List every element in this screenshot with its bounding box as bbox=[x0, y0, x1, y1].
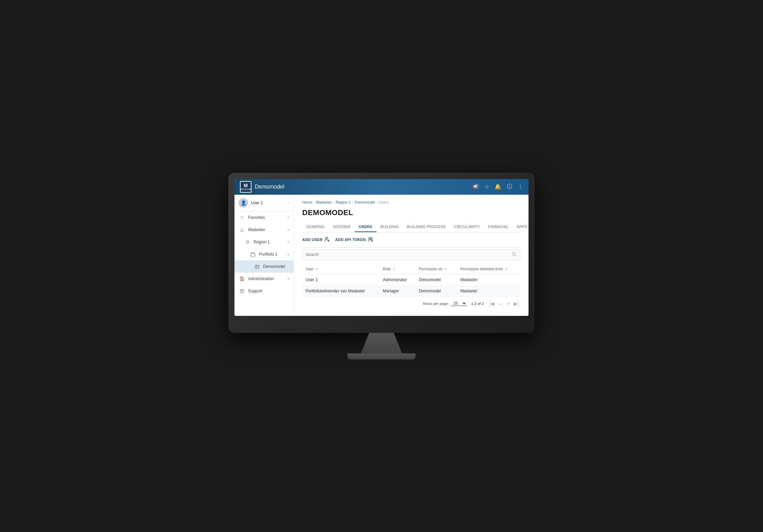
sidebar-item-portfolio1[interactable]: Portfolio 1 ∨ bbox=[234, 248, 294, 260]
pagination-last-button[interactable]: ▶| bbox=[513, 300, 520, 307]
add-api-token-icon bbox=[368, 237, 373, 243]
logo-sub: MADASTER bbox=[240, 188, 251, 190]
col-permission-on-add-icon[interactable]: ＋ bbox=[444, 267, 448, 272]
pagination-prev-button[interactable]: — bbox=[497, 300, 504, 307]
breadcrumb-sep3: › bbox=[352, 200, 354, 204]
breadcrumb-sep4: › bbox=[376, 200, 378, 204]
col-user: User ＋ bbox=[302, 264, 379, 274]
bell-icon[interactable]: 🔔 bbox=[494, 183, 501, 190]
administration-label: Administration bbox=[248, 276, 287, 281]
tab-building[interactable]: BUILDING bbox=[376, 222, 403, 232]
breadcrumb-demomodel[interactable]: Demomodel bbox=[355, 200, 375, 204]
sidebar-item-support[interactable]: Support bbox=[234, 285, 294, 297]
rows-per-page-select[interactable]: 25 10 50 100 bbox=[451, 301, 467, 306]
more-icon[interactable]: ⋮ bbox=[518, 183, 523, 190]
sidebar-item-demomodel[interactable]: Demomodel bbox=[234, 260, 294, 273]
content-area: Home › Madaster › Region 1 › Demomodel ›… bbox=[294, 195, 529, 316]
svg-rect-0 bbox=[251, 253, 255, 256]
tab-general[interactable]: GENERAL bbox=[302, 222, 329, 232]
col-role: Role ＋ bbox=[379, 264, 416, 274]
add-user-icon bbox=[324, 237, 330, 243]
madaster-icon: △ bbox=[239, 226, 245, 233]
sidebar: 👤 User 1 ‹ ☆ Favorites ∨ bbox=[234, 195, 294, 316]
monitor-stand bbox=[361, 333, 402, 353]
sidebar-user[interactable]: 👤 User 1 ‹ bbox=[234, 195, 294, 211]
search-input[interactable] bbox=[306, 252, 512, 257]
top-header: M MADASTER Demomodel 📢 ☆ 🔔 ⓘ ⋮ bbox=[234, 179, 529, 195]
divider bbox=[302, 247, 520, 247]
app-container: M MADASTER Demomodel 📢 ☆ 🔔 ⓘ ⋮ bbox=[234, 179, 529, 316]
pagination-count: 1-2 of 2 bbox=[471, 302, 484, 306]
logo-letter: M bbox=[244, 183, 248, 188]
cell-permission_on-1: Demomodel bbox=[416, 285, 457, 296]
star-icon[interactable]: ☆ bbox=[484, 183, 489, 190]
demomodel-label: Demomodel bbox=[263, 264, 290, 269]
tab-users[interactable]: USERS bbox=[355, 222, 376, 232]
sidebar-item-favorites[interactable]: ☆ Favorites ∨ bbox=[234, 211, 294, 224]
breadcrumb: Home › Madaster › Region 1 › Demomodel ›… bbox=[302, 200, 520, 204]
sidebar-item-madaster[interactable]: △ Madaster ∧ bbox=[234, 224, 294, 236]
tabs-bar: GENERAL DOSSIER USERS BUILDING BUILDING … bbox=[302, 222, 520, 232]
col-user-add-icon[interactable]: ＋ bbox=[315, 267, 319, 272]
breadcrumb-home[interactable]: Home bbox=[302, 200, 312, 204]
region1-chevron-icon: ∧ bbox=[287, 240, 290, 244]
rows-per-page-label: Rows per page: bbox=[423, 302, 449, 306]
svg-line-14 bbox=[515, 255, 517, 256]
table-row: User 1AdministratorDemomodelMadaster bbox=[302, 274, 520, 285]
search-icon bbox=[512, 252, 517, 258]
user-collapse-icon[interactable]: ‹ bbox=[289, 201, 290, 205]
rows-per-page: Rows per page: 25 10 50 100 bbox=[423, 301, 467, 306]
page-title: DEMOMODEL bbox=[302, 208, 520, 217]
search-bar bbox=[302, 249, 520, 260]
pagination-nav: |◀ — + ▶| bbox=[488, 300, 520, 307]
tab-circularity[interactable]: CIRCULARITY bbox=[450, 222, 484, 232]
sidebar-item-region1[interactable]: ⊙ Region 1 ∧ bbox=[234, 236, 294, 248]
demomodel-icon bbox=[254, 263, 260, 270]
tab-building-process[interactable]: BUILDING PROCESS bbox=[403, 222, 450, 232]
add-api-token-button[interactable]: ADD API TOKEN bbox=[335, 237, 373, 243]
breadcrumb-sep1: › bbox=[313, 200, 315, 204]
cell-role-0: Administrator bbox=[379, 274, 416, 285]
portfolio1-chevron-icon: ∨ bbox=[287, 252, 290, 256]
tab-dossier[interactable]: DOSSIER bbox=[329, 222, 355, 232]
administration-icon: 🏠 bbox=[239, 275, 245, 282]
region1-icon: ⊙ bbox=[244, 239, 251, 245]
pagination-next-button[interactable]: + bbox=[506, 300, 511, 307]
cell-role-1: Manager bbox=[379, 285, 416, 296]
monitor-bezel: M MADASTER Demomodel 📢 ☆ 🔔 ⓘ ⋮ bbox=[228, 173, 535, 333]
tab-financial[interactable]: FINANCIAL bbox=[484, 222, 513, 232]
cell-permission_from-1: Madaster bbox=[457, 285, 520, 296]
cell-permission_from-0: Madaster bbox=[457, 274, 520, 285]
monitor-base bbox=[347, 353, 416, 359]
pagination-bar: Rows per page: 25 10 50 100 1-2 of 2 bbox=[302, 297, 520, 310]
administration-chevron-icon: ∨ bbox=[287, 277, 290, 280]
breadcrumb-madaster[interactable]: Madaster bbox=[316, 200, 332, 204]
portfolio1-label: Portfolio 1 bbox=[259, 252, 287, 257]
sidebar-item-administration[interactable]: 🏠 Administration ∨ bbox=[234, 273, 294, 285]
breadcrumb-region1[interactable]: Region 1 bbox=[336, 200, 351, 204]
madaster-label: Madaster bbox=[248, 227, 287, 232]
megaphone-icon[interactable]: 📢 bbox=[472, 183, 479, 190]
add-user-button[interactable]: ADD USER bbox=[302, 237, 330, 243]
support-icon bbox=[239, 288, 245, 294]
monitor-screen: M MADASTER Demomodel 📢 ☆ 🔔 ⓘ ⋮ bbox=[234, 179, 529, 316]
header-left: M MADASTER Demomodel bbox=[240, 181, 284, 193]
favorites-icon: ☆ bbox=[239, 214, 245, 221]
svg-point-6 bbox=[326, 237, 328, 239]
main-layout: 👤 User 1 ‹ ☆ Favorites ∨ bbox=[234, 195, 529, 316]
cell-permission_on-0: Demomodel bbox=[416, 274, 457, 285]
logo: M MADASTER bbox=[240, 181, 251, 193]
info-icon[interactable]: ⓘ bbox=[507, 183, 512, 190]
monitor: M MADASTER Demomodel 📢 ☆ 🔔 ⓘ ⋮ bbox=[228, 173, 535, 359]
cell-user-0: User 1 bbox=[302, 274, 379, 285]
col-permission-from: Permission inherited from ＋ bbox=[457, 264, 520, 274]
action-bar: ADD USER bbox=[302, 237, 520, 243]
col-permission-on: Permission on ＋ bbox=[416, 264, 457, 274]
avatar: 👤 bbox=[239, 198, 248, 208]
tab-apps[interactable]: APPS bbox=[513, 222, 529, 232]
col-role-add-icon[interactable]: ＋ bbox=[392, 267, 396, 272]
app-title: Demomodel bbox=[255, 184, 284, 190]
col-permission-from-add-icon[interactable]: ＋ bbox=[504, 267, 508, 272]
add-api-token-label: ADD API TOKEN bbox=[335, 238, 366, 242]
pagination-first-button[interactable]: |◀ bbox=[488, 300, 496, 307]
